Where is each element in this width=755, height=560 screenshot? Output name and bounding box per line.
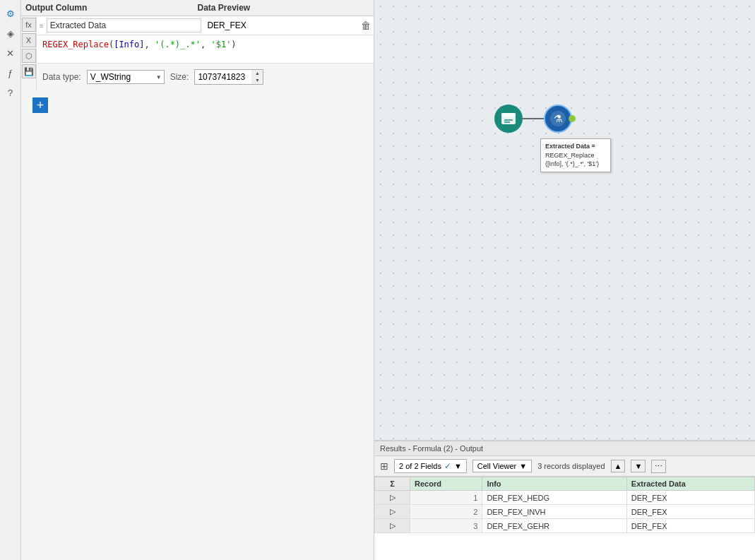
extracted-data-cell: DER_FEX xyxy=(626,491,754,505)
formula-arg3: '$1' xyxy=(210,40,231,49)
row-icon-cell: ▷ xyxy=(375,505,410,519)
formula-node[interactable]: ⚗ xyxy=(544,105,572,133)
connector-line xyxy=(523,118,544,119)
more-options-button[interactable]: ⋯ xyxy=(651,460,666,473)
info-header: Info xyxy=(482,477,626,491)
cell-viewer-button[interactable]: Cell Viewer ▼ xyxy=(472,460,532,472)
records-count-label: 3 records displayed xyxy=(537,462,605,470)
datatype-row: Data type: V_WString String Int32 Double… xyxy=(37,64,374,90)
size-spinners: ▲ ▼ xyxy=(251,70,263,84)
scroll-down-button[interactable]: ▼ xyxy=(631,460,646,472)
results-table: Σ Record Info Extracted Data ▷ 1 DER_FEX… xyxy=(374,477,755,533)
results-area: Results - Formula (2) - Output ⊞ 2 of 2 … xyxy=(374,440,755,560)
output-column-header: Output Column xyxy=(25,3,198,13)
fields-dropdown-button[interactable]: 2 of 2 Fields ✓ ▼ xyxy=(394,459,467,473)
browse-node[interactable] xyxy=(494,105,523,133)
formula-text: REGEX_Replace([Info], '(.*)_.*', '$1') xyxy=(42,40,237,49)
sigma-icon: Σ xyxy=(390,479,395,488)
add-field-button[interactable]: + xyxy=(32,97,48,113)
function-toolbar-icon[interactable]: fx xyxy=(22,18,36,32)
gear-icon[interactable]: ⚙ xyxy=(3,6,18,21)
canvas-area: ⚗ Extracted Data = REGEX_Replace ([Info]… xyxy=(374,0,755,440)
formula-func: REGEX_Replace xyxy=(42,40,109,49)
table-layout-icon[interactable]: ⊞ xyxy=(380,460,388,472)
row-icon-cell: ▷ xyxy=(375,519,410,533)
formula-toolbar: fx X ⬡ 💾 xyxy=(21,16,37,90)
x-toolbar-icon[interactable]: X xyxy=(22,33,36,47)
right-area: ⚗ Extracted Data = REGEX_Replace ([Info]… xyxy=(374,0,755,560)
fields-chevron-icon: ▼ xyxy=(454,462,462,470)
formula-node-wrapper: ⚗ Extracted Data = REGEX_Replace ([Info]… xyxy=(544,105,572,133)
info-cell: DER_FEX_INVH xyxy=(482,505,626,519)
svg-rect-1 xyxy=(501,113,516,117)
tooltip-text: REGEX_Replace ([Info], '(.*)_.*', '$1') xyxy=(545,151,606,169)
extracted-data-cell: DER_FEX xyxy=(626,519,754,533)
fields-check-icon: ✓ xyxy=(444,461,451,471)
browse-icon xyxy=(499,109,518,128)
table-row: ▷ 3 DER_FEX_GEHR DER_FEX xyxy=(375,519,755,533)
function-icon[interactable]: ƒ xyxy=(3,65,18,81)
formula-area[interactable]: REGEX_Replace([Info], '(.*)_.*', '$1') xyxy=(37,35,374,64)
record-header: Record xyxy=(410,477,482,491)
datatype-label: Data type: xyxy=(42,72,81,82)
preview-value: DER_FEX xyxy=(204,19,358,32)
row-icon-cell: ▷ xyxy=(375,491,410,505)
delete-field-button[interactable]: 🗑 xyxy=(361,20,371,31)
output-dot xyxy=(569,115,576,122)
results-header: Results - Formula (2) - Output xyxy=(374,441,755,456)
workflow-connection: ⚗ Extracted Data = REGEX_Replace ([Info]… xyxy=(494,105,572,133)
tag-icon[interactable]: ◈ xyxy=(3,25,18,41)
datatype-select-wrapper[interactable]: V_WString String Int32 Double xyxy=(87,70,165,84)
formula-arg1: [Info] xyxy=(114,40,144,49)
size-decrement-button[interactable]: ▼ xyxy=(251,77,263,84)
left-panel: Output Column Data Preview fx X ⬡ 💾 ≡ DE… xyxy=(21,0,374,560)
svg-text:⚗: ⚗ xyxy=(554,113,563,124)
info-cell: DER_FEX_HEDG xyxy=(482,491,626,505)
panel-header: Output Column Data Preview xyxy=(21,0,374,16)
tooltip-title: Extracted Data = xyxy=(545,142,606,151)
size-label: Size: xyxy=(170,72,189,82)
results-toolbar: ⊞ 2 of 2 Fields ✓ ▼ Cell Viewer ▼ 3 reco… xyxy=(374,456,755,477)
table-row: ▷ 2 DER_FEX_INVH DER_FEX xyxy=(375,505,755,519)
data-preview-header: Data Preview xyxy=(198,3,370,13)
size-input[interactable] xyxy=(195,70,251,84)
drag-handle-icon[interactable]: ≡ xyxy=(40,22,44,30)
record-number-cell: 1 xyxy=(410,491,482,505)
table-row: ▷ 1 DER_FEX_HEDG DER_FEX xyxy=(375,491,755,505)
extracted-data-header: Extracted Data xyxy=(626,477,754,491)
results-table-container: Σ Record Info Extracted Data ▷ 1 DER_FEX… xyxy=(374,477,755,560)
size-increment-button[interactable]: ▲ xyxy=(251,70,263,77)
save-toolbar-icon[interactable]: 💾 xyxy=(22,64,36,78)
record-col-header: Σ xyxy=(375,477,410,491)
fields-count-label: 2 of 2 Fields xyxy=(399,462,441,470)
node-tooltip: Extracted Data = REGEX_Replace ([Info], … xyxy=(540,138,611,172)
record-number-cell: 3 xyxy=(410,519,482,533)
formula-icon: ⚗ xyxy=(549,109,567,128)
size-input-group: ▲ ▼ xyxy=(194,69,263,85)
field-row: ≡ DER_FEX 🗑 xyxy=(37,16,374,35)
info-cell: DER_FEX_GEHR xyxy=(482,519,626,533)
add-field-area: + xyxy=(21,90,374,120)
field-name-input[interactable] xyxy=(47,18,202,32)
hex-toolbar-icon[interactable]: ⬡ xyxy=(22,49,36,63)
sidebar: ⚙ ◈ ✕ ƒ ? xyxy=(0,0,21,560)
x-close-icon[interactable]: ✕ xyxy=(3,45,18,61)
extracted-data-cell: DER_FEX xyxy=(626,505,754,519)
cell-viewer-label: Cell Viewer xyxy=(477,462,516,470)
question-icon[interactable]: ? xyxy=(3,85,18,100)
scroll-up-button[interactable]: ▲ xyxy=(611,460,626,472)
record-number-cell: 2 xyxy=(410,505,482,519)
datatype-select[interactable]: V_WString String Int32 Double xyxy=(87,70,165,84)
cell-viewer-chevron-icon: ▼ xyxy=(519,462,527,470)
formula-arg2: '(.*)_.*' xyxy=(155,40,201,49)
